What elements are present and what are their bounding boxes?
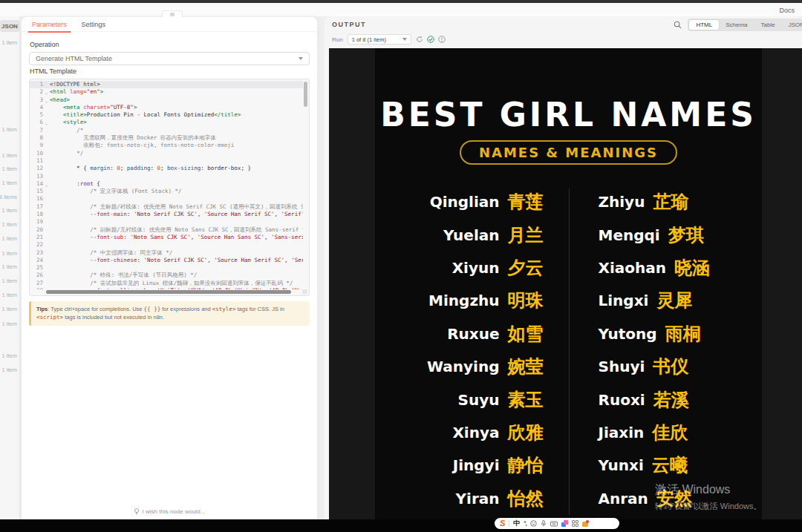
output-tab-schema[interactable]: Schema: [719, 20, 754, 30]
name-pinyin: Lingxi: [599, 292, 649, 309]
name-row: Mengqi梦琪: [569, 218, 763, 251]
name-pinyin: Yutong: [599, 325, 657, 343]
virtual-keyboard-icon[interactable]: [550, 521, 558, 527]
node-feedback-link[interactable]: I wish this node would...: [22, 508, 317, 515]
name-row: Jingyi静怡: [375, 449, 569, 482]
code-line[interactable]: 22: [30, 241, 303, 249]
code-line[interactable]: 6⌄ <style>: [30, 119, 303, 126]
chevron-down-icon: [402, 38, 407, 41]
name-hanzi: 怡然: [508, 487, 544, 510]
code-line[interactable]: 1<!DOCTYPE html>: [30, 81, 303, 88]
name-row: Xiaohan晓涵: [569, 252, 763, 284]
skin-icon[interactable]: [561, 520, 568, 527]
code-line[interactable]: 12 * { margin: 0; padding: 0; box-sizing…: [30, 165, 303, 172]
code-line[interactable]: 5 <title>Production Pin - Local Fonts Op…: [30, 111, 303, 119]
code-line[interactable]: 8 无需联网，直接使用 Docker 容器内安装的本地字体: [30, 134, 303, 142]
name-pinyin: Xiaohan: [599, 259, 666, 277]
tab-parameters[interactable]: Parameters: [30, 17, 68, 32]
output-tab-html[interactable]: HTML: [689, 20, 719, 30]
code-line[interactable]: 14⌄ :root {: [30, 180, 303, 188]
code-line[interactable]: 19: [30, 218, 303, 226]
code-line[interactable]: 9 依赖包: fonts-noto-cjk, fonts-noto-color-…: [30, 142, 303, 149]
input-run-count: 1 item: [2, 165, 17, 172]
name-row: Wanying婉莹: [375, 350, 569, 383]
code-line[interactable]: 21 --font-sub: 'Noto Sans CJK SC', 'Sour…: [30, 234, 303, 241]
code-line[interactable]: 28 --font-calligraphy: 'KaiTi', '楷体', 'A…: [30, 287, 303, 289]
name-row: Qinglian青莲: [375, 185, 569, 218]
docs-link[interactable]: Docs: [779, 7, 795, 14]
code-line[interactable]: 15 /* 定义字体栈 (Font Stack) */: [30, 188, 303, 195]
code-line[interactable]: 18 --font-main: 'Noto Serif CJK SC', 'So…: [30, 211, 303, 218]
code-line[interactable]: 3⌄<head>: [30, 96, 303, 104]
output-tab-json[interactable]: JSON: [782, 20, 802, 30]
input-json-tab[interactable]: JSON: [0, 20, 19, 32]
name-hanzi: 欣雅: [508, 421, 544, 444]
name-hanzi: 如雪: [508, 322, 544, 346]
refresh-icon[interactable]: [416, 36, 423, 43]
code-line[interactable]: 25: [30, 264, 303, 272]
input-run-count: 1 item: [2, 306, 17, 312]
code-line[interactable]: 7 /*: [30, 127, 303, 134]
input-run-count: 1 item: [2, 321, 17, 327]
param-tabs: ParametersSettings: [22, 17, 317, 32]
code-line[interactable]: 10 */: [30, 150, 303, 157]
name-row: Lingxi灵犀: [569, 284, 763, 317]
editor-horizontal-scrollbar[interactable]: [46, 290, 291, 294]
name-pinyin: Mengqi: [599, 226, 660, 244]
input-mode-toggle[interactable]: 中: [513, 520, 520, 527]
name-pinyin: Anran: [599, 490, 648, 508]
operation-select-value: Generate HTML Template: [36, 55, 112, 62]
code-line[interactable]: 4 <meta charset="UTF-8">: [30, 104, 303, 111]
code-line[interactable]: 16: [30, 195, 303, 203]
code-line[interactable]: 2⌄<html lang="en">: [30, 88, 303, 96]
voice-input-icon[interactable]: [541, 520, 547, 527]
input-run-count: 8 items: [0, 194, 17, 200]
code-line[interactable]: 27 /* 尝试加载常见的 Linux 楷体/魏碑，如果没有则回退到宋体，保证不…: [30, 280, 303, 287]
name-hanzi: 明珠: [508, 289, 544, 312]
operation-select[interactable]: Generate HTML Template: [29, 52, 310, 65]
editor-vertical-scrollbar[interactable]: [304, 82, 307, 107]
name-pinyin: Qinglian: [430, 193, 500, 211]
name-pinyin: Wanying: [427, 358, 500, 375]
name-row: Mingzhu明珠: [375, 284, 569, 317]
html-template-editor[interactable]: 1<!DOCTYPE html>2⌄<html lang="en">3⌄<hea…: [29, 79, 310, 296]
names-column-right: Zhiyu芷瑜Mengqi梦琪Xiaohan晓涵Lingxi灵犀Yutong雨桐…: [569, 185, 763, 515]
output-tab-table[interactable]: Table: [754, 20, 782, 30]
toolbox-grid-icon[interactable]: [572, 520, 578, 527]
node-drag-handle[interactable]: [162, 10, 183, 17]
punctuation-mode-icon[interactable]: °,: [524, 521, 526, 527]
run-label: Run: [332, 36, 343, 43]
output-panel: OUTPUT HTMLSchemaTableJSON Run 1 of 8 (1…: [325, 16, 802, 519]
names-column-left: Qinglian青莲Yuelan月兰Xiyun夕云Mingzhu明珠Ruxue如…: [375, 185, 569, 515]
input-run-count: 1 item: [2, 152, 17, 159]
search-icon[interactable]: [674, 21, 682, 29]
name-hanzi: 梦琪: [668, 223, 704, 247]
input-run-count: 1 item: [2, 180, 17, 186]
code-line[interactable]: 23 /* 中文强调字体: 同主字体 */: [30, 249, 303, 257]
code-line[interactable]: 17 /* 主标题/衬线体: 优先使用 Noto Serif CJK SC (通…: [30, 203, 303, 211]
pin-badge: NAMES & MEANINGS: [460, 140, 677, 165]
chevron-down-icon: [299, 57, 303, 60]
name-hanzi: 雨桐: [665, 322, 701, 346]
code-line[interactable]: 13: [30, 173, 303, 180]
emoji-picker-icon[interactable]: [530, 520, 537, 527]
watermark-line2: 转到"设置"以激活 Windows。: [655, 501, 762, 512]
output-title: OUTPUT: [332, 21, 366, 28]
tab-settings[interactable]: Settings: [80, 17, 108, 32]
name-row: Ruxue如雪: [375, 318, 569, 350]
name-row: Suyu素玉: [375, 383, 569, 416]
name-hanzi: 晓涵: [674, 256, 710, 280]
code-line[interactable]: 26 /* 特殊: 书法/手写体 (节日风格用) */: [30, 272, 303, 279]
name-pinyin: Yunxi: [599, 456, 644, 474]
windows-activation-watermark: 激活 Windows 转到"设置"以激活 Windows。: [655, 482, 762, 512]
code-line[interactable]: 24 --font-chinese: 'Noto Serif CJK SC', …: [30, 257, 303, 264]
name-pinyin: Yiran: [456, 490, 500, 508]
run-selector[interactable]: 1 of 8 (1 item): [348, 34, 411, 45]
tools-icon[interactable]: [582, 520, 589, 527]
html-template-label: HTML Template: [30, 68, 310, 75]
name-row: Ruoxi若溪: [569, 383, 763, 416]
sogou-logo-icon[interactable]: S: [500, 519, 505, 528]
code-line[interactable]: 20 /* 副标题/无衬线体: 优先使用 Noto Sans CJK SC，回退…: [30, 226, 303, 234]
code-line[interactable]: 11: [30, 157, 303, 165]
node-icon: [170, 13, 175, 16]
